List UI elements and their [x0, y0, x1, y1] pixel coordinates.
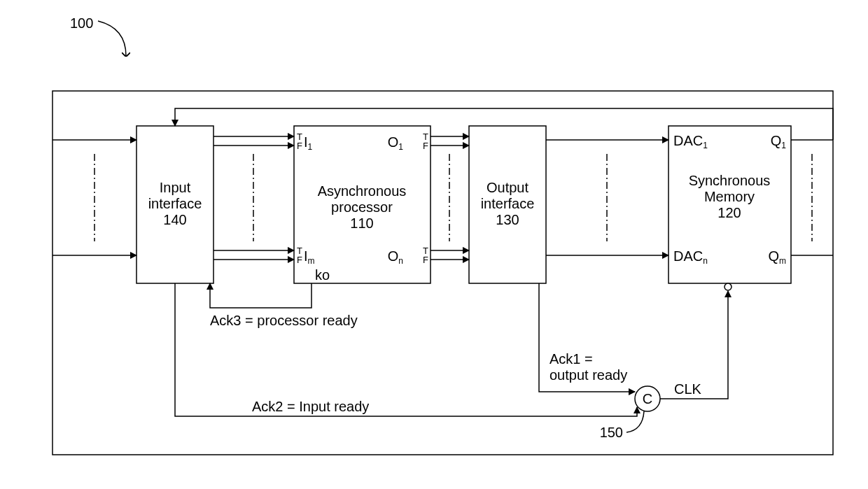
label-clk: CLK	[674, 381, 702, 397]
label-ack3: Ack3 = processor ready	[210, 313, 358, 328]
block-output-interface: Output interface 130	[469, 126, 546, 283]
output-if-title-1: Output	[486, 180, 528, 195]
proc-in-bot-F: F	[297, 255, 302, 265]
label-ack1-l1: Ack1 =	[550, 351, 593, 367]
c-element-ref: 150	[600, 425, 623, 440]
proc-title-2: processor	[331, 199, 393, 215]
output-if-title-2: interface	[481, 196, 535, 211]
proc-in-top-F: F	[297, 141, 302, 151]
mem-dac-top: DAC1	[673, 133, 708, 150]
proc-ko: ko	[315, 267, 330, 283]
input-if-title-2: interface	[148, 196, 202, 211]
mem-dac-bot: DACn	[673, 248, 708, 266]
proc-out-bot-F: F	[423, 255, 428, 265]
input-if-ref: 140	[163, 212, 186, 227]
input-if-title-1: Input	[160, 180, 191, 195]
output-if-ref: 130	[496, 212, 519, 227]
c-element-label: C	[643, 391, 652, 406]
proc-title-1: Asynchronous	[318, 183, 407, 199]
mem-ref: 120	[718, 205, 741, 220]
block-async-processor: Asynchronous processor 110 T F I1 T F Im…	[294, 126, 430, 283]
mem-title-2: Memory	[704, 189, 755, 204]
proc-ref: 110	[350, 215, 373, 231]
mem-title-1: Synchronous	[689, 173, 771, 188]
block-sync-memory: Synchronous Memory 120 DAC1 DACn Q1 Qm	[668, 126, 791, 290]
mem-clk-bubble	[724, 283, 732, 290]
c-element: C	[635, 386, 660, 411]
block-input-interface: Input interface 140	[136, 126, 214, 283]
proc-out-top-F: F	[423, 141, 428, 151]
label-ack1-l2: output ready	[550, 367, 627, 383]
figure-ref: 100	[70, 15, 93, 31]
label-ack2: Ack2 = Input ready	[252, 399, 369, 414]
figure-ref-arrow	[98, 21, 126, 56]
